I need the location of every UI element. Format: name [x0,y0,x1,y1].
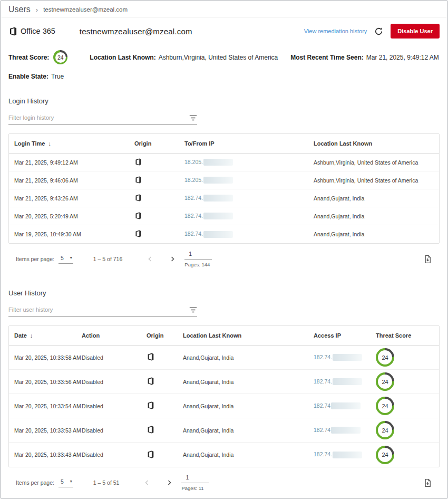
login-location: Ashburn,Virginia, United States of Ameri… [314,177,439,184]
next-page-button[interactable] [164,478,174,487]
location-label: Location Last Known: [90,54,155,61]
col-date[interactable]: Date [14,332,27,339]
export-file-icon [423,255,432,264]
login-row: Mar 19, 2025, 10:49:30 AM 182.74. Anand,… [9,225,439,243]
ip-link[interactable]: 182.74. [184,213,203,219]
page-title-email: testnewmzealuser@mzeal.com [80,27,192,36]
threat-score-value: 24 [378,375,392,389]
login-history-table: Login Time ↓ Origin To/From IP Location … [8,133,440,244]
enable-state-group: Enable State: True [8,73,440,80]
disable-user-button[interactable]: Disable User [391,24,440,39]
view-remediation-history-link[interactable]: View remediation history [304,28,367,34]
login-history-filter [8,114,197,125]
breadcrumb-users-link[interactable]: Users [8,5,31,14]
ip-link[interactable]: 182.74. [314,378,332,385]
user-history-filter [8,306,197,317]
threat-score-value: 24 [378,448,392,462]
threat-score-value: 24 [378,423,392,437]
office365-icon [134,230,142,237]
threat-score-ring: 24 [376,397,394,415]
office365-icon [147,353,154,361]
user-history-table: Date ↓ Action Origin Location Last Known… [8,325,440,467]
ip-link[interactable]: 182.74. [184,195,203,201]
ip-link[interactable]: 182.74. [314,451,332,457]
user-detail-page: Users › testnewmzealuser@mzeal.com Offic… [1,1,447,498]
login-row: Mar 20, 2025, 5:20:49 AM 182.74. Anand,G… [9,207,439,225]
redacted-ip [333,452,362,458]
export-button[interactable] [423,255,432,264]
event-date: Mar 20, 2025, 10:33:54 AM [9,403,82,409]
user-header: Office 365 testnewmzealuser@mzeal.com Vi… [1,17,447,80]
event-location: Anand,Gujarat, India [183,354,314,361]
prev-page-button[interactable] [145,254,155,264]
event-date: Mar 20, 2025, 10:33:53 AM [9,427,82,434]
redacted-ip [331,402,361,409]
event-location: Anand,Gujarat, India [183,427,314,434]
ip-link[interactable]: 18.205. [184,159,203,165]
user-history-header-row: Date ↓ Action Origin Location Last Known… [9,326,439,346]
filter-icon[interactable] [189,115,197,121]
user-history-row: Mar 20, 2025, 10:33:56 AM Disabled Anand… [9,370,439,394]
event-action: Disabled [82,452,147,458]
prev-page-button[interactable] [142,478,152,487]
chevron-right-icon [165,479,173,486]
redacted-ip [203,213,233,219]
items-per-page-label: Items per page: [16,479,54,486]
ip-link[interactable]: 182.74. [314,354,332,360]
office365-icon [134,194,142,201]
login-history-title: Login History [8,97,440,105]
login-history-header-row: Login Time ↓ Origin To/From IP Location … [9,134,439,153]
breadcrumb-current-user: testnewmzealuser@mzeal.com [43,6,128,13]
login-time: Mar 21, 2025, 9:49:12 AM [9,159,134,166]
office365-icon [147,426,154,434]
export-button[interactable] [423,478,432,487]
chevron-down-icon: ▾ [70,479,72,484]
event-date: Mar 20, 2025, 10:33:58 AM [9,354,82,361]
pagination-range: 1 – 5 of 716 [93,256,122,262]
login-row: Mar 21, 2025, 9:46:06 AM 18.205. Ashburn… [9,171,439,189]
items-per-page-select[interactable]: 5 ▾ [59,478,73,487]
event-action: Disabled [82,379,147,385]
login-time: Mar 19, 2025, 10:49:30 AM [9,231,134,237]
ip-link[interactable]: 182.74 [314,402,330,409]
user-history-row: Mar 20, 2025, 10:33:58 AM Disabled Anand… [9,346,439,370]
items-per-page-select[interactable]: 5 ▾ [59,255,73,264]
chevron-right-icon: › [36,6,38,14]
login-location: Anand,Gujarat, India [314,231,439,237]
recent-time-label: Most Recent Time Seen: [290,54,363,61]
office365-icon [8,27,17,36]
location-value: Ashburn,Virginia, United States of Ameri… [159,54,278,61]
ip-link[interactable]: 182.74. [184,231,203,237]
export-file-icon [423,478,432,487]
office365-icon [134,158,142,166]
ip-link[interactable]: 18.205. [184,177,203,183]
ip-link[interactable]: 182.74 [314,427,330,433]
chevron-left-icon [143,479,151,486]
col-login-time[interactable]: Login Time [14,140,45,147]
enable-state-value: True [51,73,64,80]
office365-icon [134,176,142,184]
col-action: Action [82,332,147,339]
office365-icon [147,377,154,385]
login-history-filter-input[interactable] [8,114,189,121]
redacted-ip [331,427,361,434]
sort-desc-icon[interactable]: ↓ [48,140,51,147]
current-page-input[interactable]: 1 [181,474,209,483]
redacted-ip [203,177,233,184]
user-history-row: Mar 20, 2025, 10:33:43 AM Disabled Anand… [9,443,439,467]
filter-icon[interactable] [189,307,197,313]
col-access-ip: Access IP [314,332,376,339]
sort-desc-icon[interactable]: ↓ [30,332,33,339]
next-page-button[interactable] [168,254,177,264]
pages-count: Pages: 144 [184,262,212,267]
threat-score-ring: 24 [376,446,394,464]
location-group: Location Last Known: Ashburn,Virginia, U… [90,54,278,61]
enable-state-label: Enable State: [8,73,48,80]
office365-icon [134,212,142,219]
col-origin: Origin [134,140,184,147]
refresh-button[interactable] [374,27,383,36]
threat-score-ring: 24 [376,348,394,367]
threat-score-ring: 24 [376,421,394,439]
user-history-filter-input[interactable] [8,306,189,313]
current-page-input[interactable]: 1 [184,251,212,260]
